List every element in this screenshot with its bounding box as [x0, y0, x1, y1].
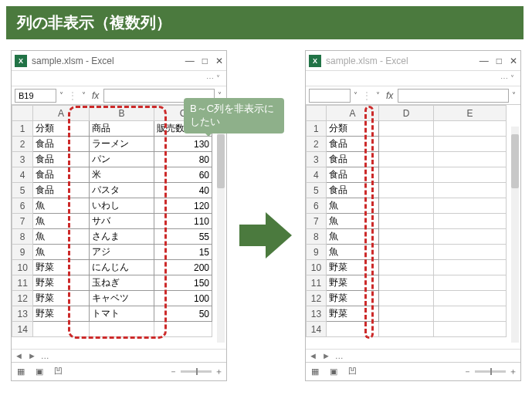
sheet-nav-next-icon[interactable]: ►: [322, 351, 330, 360]
cell[interactable]: [433, 183, 506, 198]
cell[interactable]: 米: [89, 167, 154, 183]
sheet-nav-prev-icon[interactable]: ◄: [15, 351, 23, 360]
view-normal-icon[interactable]: ▦: [309, 367, 321, 377]
cell[interactable]: キャベツ: [89, 291, 154, 306]
sheet-nav-next-icon[interactable]: ►: [28, 351, 36, 360]
sheet-nav-prev-icon[interactable]: ◄: [309, 351, 317, 360]
sheet-nav-more-icon[interactable]: …: [335, 351, 344, 360]
fx-icon[interactable]: fx: [89, 90, 102, 101]
cell[interactable]: 食品: [326, 152, 378, 167]
cell[interactable]: 野菜: [33, 306, 89, 322]
cell[interactable]: アジ: [89, 245, 154, 260]
select-all-cell[interactable]: [307, 106, 327, 121]
row-header-12[interactable]: 12: [12, 291, 33, 306]
cell[interactable]: 野菜: [326, 291, 378, 306]
fx-icon[interactable]: fx: [383, 90, 396, 101]
sheet-tab-nav[interactable]: ◄ ► …: [306, 349, 520, 362]
row-header-2[interactable]: 2: [12, 137, 33, 152]
name-box-dropdown-icon[interactable]: ˅: [58, 91, 65, 100]
cell[interactable]: [433, 121, 506, 137]
cell[interactable]: [379, 121, 434, 137]
view-page-break-icon[interactable]: 凹: [346, 366, 358, 377]
cell[interactable]: [379, 137, 434, 152]
cell[interactable]: [154, 322, 212, 337]
cell[interactable]: [379, 198, 434, 214]
view-page-layout-icon[interactable]: ▣: [33, 367, 46, 377]
cell[interactable]: [379, 306, 434, 322]
col-header-D[interactable]: D: [379, 106, 434, 121]
col-header-B[interactable]: B: [89, 106, 154, 121]
name-box[interactable]: [309, 89, 351, 103]
cell[interactable]: 野菜: [326, 306, 378, 322]
cell[interactable]: 食品: [33, 183, 89, 198]
cell[interactable]: [433, 291, 506, 306]
zoom-out-button[interactable]: －: [463, 366, 472, 377]
cell[interactable]: さんま: [89, 229, 154, 245]
cell[interactable]: パスタ: [89, 183, 154, 198]
cell[interactable]: 玉ねぎ: [89, 275, 154, 291]
close-button[interactable]: ✕: [510, 56, 517, 66]
cell[interactable]: 魚: [326, 214, 378, 229]
cell[interactable]: 魚: [326, 229, 378, 245]
cell[interactable]: [433, 275, 506, 291]
row-header-1[interactable]: 1: [12, 121, 33, 137]
row-header-7[interactable]: 7: [307, 214, 327, 229]
cell[interactable]: 野菜: [326, 260, 378, 275]
cell[interactable]: パン: [89, 152, 154, 167]
row-header-10[interactable]: 10: [12, 260, 33, 275]
cell[interactable]: 魚: [33, 198, 89, 214]
cell[interactable]: [379, 275, 434, 291]
row-header-8[interactable]: 8: [12, 229, 33, 245]
minimize-button[interactable]: —: [185, 56, 195, 66]
cell[interactable]: 魚: [326, 245, 378, 260]
worksheet-grid[interactable]: ADE1分類2食品3食品4食品5食品6魚7魚8魚9魚10野菜11野菜12野菜13…: [306, 105, 520, 349]
cell[interactable]: 110: [154, 214, 212, 229]
cell[interactable]: [433, 229, 506, 245]
cell[interactable]: 食品: [326, 183, 378, 198]
cell[interactable]: 分類: [33, 121, 89, 137]
ribbon-collapse[interactable]: ⋯ ˅: [12, 71, 226, 86]
cell[interactable]: [379, 214, 434, 229]
cell[interactable]: [379, 291, 434, 306]
cell[interactable]: [433, 152, 506, 167]
select-all-cell[interactable]: [12, 106, 33, 121]
cell[interactable]: サバ: [89, 214, 154, 229]
cell[interactable]: 野菜: [33, 275, 89, 291]
cell[interactable]: 食品: [33, 167, 89, 183]
cell[interactable]: いわし: [89, 198, 154, 214]
formula-bar-expand-icon[interactable]: ˅: [510, 91, 517, 100]
row-header-14[interactable]: 14: [12, 322, 33, 337]
row-header-13[interactable]: 13: [307, 306, 327, 322]
cell[interactable]: [89, 322, 154, 337]
row-header-3[interactable]: 3: [307, 152, 327, 167]
formula-bar[interactable]: [398, 89, 509, 103]
cell[interactable]: [379, 183, 434, 198]
cell[interactable]: [433, 245, 506, 260]
maximize-button[interactable]: □: [202, 56, 208, 66]
cell[interactable]: [379, 229, 434, 245]
row-header-4[interactable]: 4: [12, 167, 33, 183]
row-header-1[interactable]: 1: [307, 121, 327, 137]
row-header-13[interactable]: 13: [12, 306, 33, 322]
row-header-5[interactable]: 5: [307, 183, 327, 198]
cell[interactable]: [433, 137, 506, 152]
cell[interactable]: [433, 260, 506, 275]
zoom-out-button[interactable]: －: [169, 366, 178, 377]
cell[interactable]: にんじん: [89, 260, 154, 275]
cell[interactable]: 100: [154, 291, 212, 306]
cell[interactable]: 魚: [326, 198, 378, 214]
cell[interactable]: [379, 260, 434, 275]
name-box-dropdown-icon[interactable]: ˅: [352, 91, 359, 100]
row-header-12[interactable]: 12: [307, 291, 327, 306]
row-header-11[interactable]: 11: [307, 275, 327, 291]
row-header-11[interactable]: 11: [12, 275, 33, 291]
scrollbar-thumb[interactable]: [217, 134, 225, 188]
ribbon-collapse[interactable]: ⋯ ˅: [306, 71, 520, 86]
sheet-nav-more-icon[interactable]: …: [41, 351, 49, 360]
scrollbar-thumb[interactable]: [511, 134, 519, 188]
row-header-4[interactable]: 4: [307, 167, 327, 183]
cell[interactable]: [433, 214, 506, 229]
row-header-9[interactable]: 9: [307, 245, 327, 260]
cell[interactable]: [33, 322, 89, 337]
row-header-14[interactable]: 14: [307, 322, 327, 337]
